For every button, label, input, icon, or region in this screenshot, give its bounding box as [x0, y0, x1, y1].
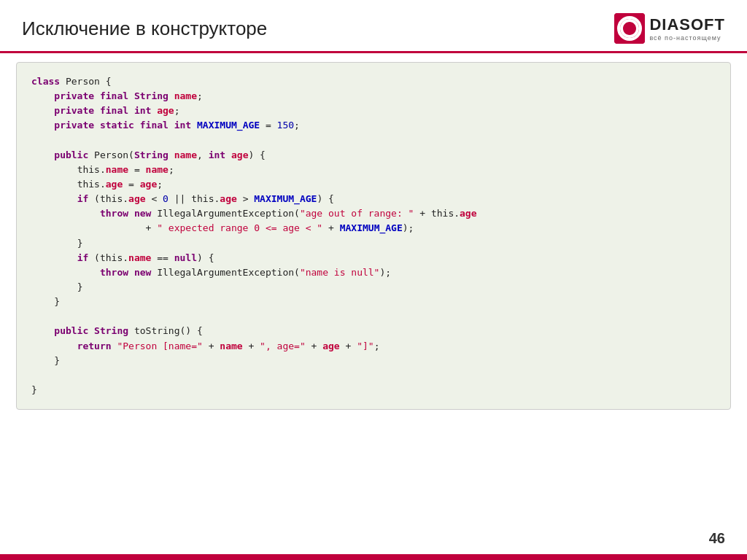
code-line-2: private final String name;: [31, 89, 716, 104]
code-line-6: public Person(String name, int age) {: [31, 148, 716, 163]
code-line-11: + " expected range 0 <= age < " + MAXIMU…: [31, 221, 716, 236]
svg-rect-0: [614, 13, 645, 44]
code-line-22: }: [31, 383, 716, 397]
code-line-8: this.age = age;: [31, 177, 716, 192]
code-line-5: [31, 133, 716, 148]
header: Исключение в конструкторе DIASOFT всё по…: [0, 0, 747, 51]
slide-title: Исключение в конструкторе: [22, 18, 267, 40]
accent-line: [0, 51, 747, 53]
code-line-20: }: [31, 354, 716, 368]
code-line-15: }: [31, 280, 716, 295]
code-line-14: throw new IllegalArgumentException("name…: [31, 265, 716, 280]
page-number: 46: [709, 530, 725, 547]
logo-text: DIASOFT всё по-настоящему: [649, 15, 725, 42]
code-block: class Person { private final String name…: [16, 62, 731, 410]
code-line-7: this.name = name;: [31, 163, 716, 177]
code-line-4: private static final int MAXIMUM_AGE = 1…: [31, 118, 716, 133]
code-line-1: class Person {: [31, 74, 716, 89]
svg-point-1: [626, 25, 633, 32]
code-line-19: return "Person [name=" + name + ", age="…: [31, 339, 716, 354]
code-line-13: if (this.name == null) {: [31, 251, 716, 265]
code-line-21: [31, 368, 716, 383]
code-line-17: [31, 309, 716, 324]
code-line-16: }: [31, 295, 716, 309]
code-line-12: }: [31, 236, 716, 251]
code-line-3: private final int age;: [31, 104, 716, 118]
code-line-9: if (this.age < 0 || this.age > MAXIMUM_A…: [31, 192, 716, 206]
diasoft-logo-icon: [614, 13, 645, 44]
bottom-bar: [0, 554, 747, 560]
logo-tagline: всё по-настоящему: [649, 34, 725, 42]
logo-area: DIASOFT всё по-настоящему: [614, 13, 725, 44]
logo-brand: DIASOFT: [649, 15, 725, 34]
code-line-10: throw new IllegalArgumentException("age …: [31, 206, 716, 221]
code-line-18: public String toString() {: [31, 324, 716, 338]
